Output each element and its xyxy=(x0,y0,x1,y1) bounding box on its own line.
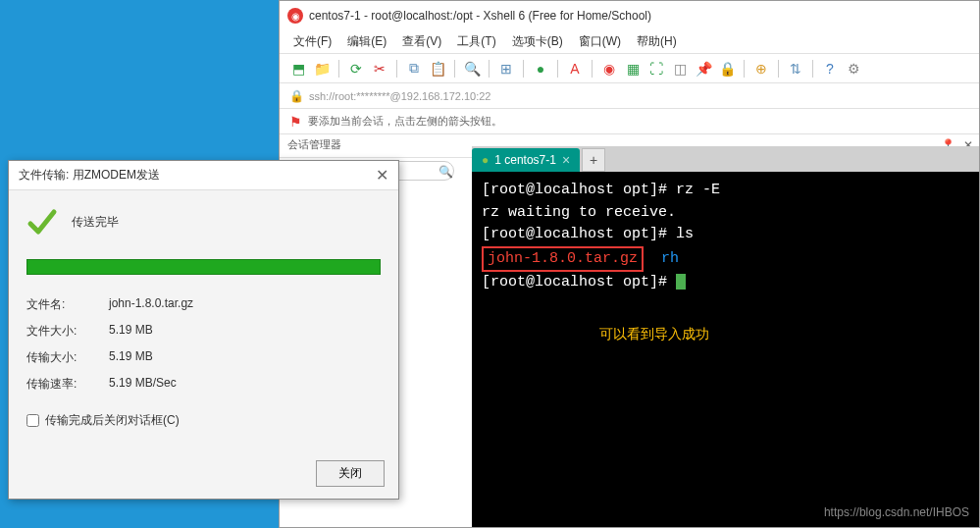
filesize-value: 5.19 MB xyxy=(109,323,381,340)
hint-text: 要添加当前会话，点击左侧的箭头按钮。 xyxy=(308,114,502,129)
terminal-container: ● 1 centos7-1 × + [root@localhost opt]# … xyxy=(472,146,979,527)
sessions-icon[interactable]: ⊞ xyxy=(495,58,517,79)
terminal-tabs: ● 1 centos7-1 × + xyxy=(472,146,979,172)
prompt: [root@localhost opt]# xyxy=(482,182,676,198)
menu-window[interactable]: 窗口(W) xyxy=(573,31,627,52)
terminal[interactable]: [root@localhost opt]# rz -E rz waiting t… xyxy=(472,172,979,527)
filename-label: 文件名: xyxy=(26,296,109,313)
disconnect-icon[interactable]: ✂ xyxy=(369,58,390,79)
script-icon[interactable]: ⊕ xyxy=(750,58,772,79)
menu-tabs[interactable]: 选项卡(B) xyxy=(506,31,569,52)
dialog-footer: 关闭 xyxy=(316,460,385,487)
dialog-close-icon[interactable]: ✕ xyxy=(376,166,388,185)
palette-icon[interactable]: ▦ xyxy=(622,58,644,79)
titlebar: ◉ centos7-1 - root@localhost:/opt - Xshe… xyxy=(280,1,979,30)
menu-edit[interactable]: 编辑(E) xyxy=(341,31,392,52)
lock-icon: 🔒 xyxy=(289,89,303,103)
font-icon[interactable]: A xyxy=(564,58,586,79)
transparent-icon[interactable]: ◫ xyxy=(669,58,691,79)
tab-close-icon[interactable]: × xyxy=(562,152,570,168)
toolbar: ⬒ 📁 ⟳ ✂ ⧉ 📋 🔍 ⊞ ● A ◉ ▦ ⛶ ◫ 📌 🔒 ⊕ ⇅ ? ⚙ xyxy=(280,54,979,83)
cmd: ls xyxy=(676,226,694,242)
transfersize-label: 传输大小: xyxy=(26,349,109,366)
checkbox-label: 传输完成后关闭对话框(C) xyxy=(45,412,180,429)
watermark: https://blog.csdn.net/IHBOS xyxy=(824,503,969,521)
close-on-complete-checkbox[interactable]: 传输完成后关闭对话框(C) xyxy=(26,412,381,429)
annotation-text: 可以看到导入成功 xyxy=(599,324,709,344)
session-panel-label: 会话管理器 xyxy=(287,137,341,152)
ontop-icon[interactable]: 📌 xyxy=(693,58,714,79)
check-icon xyxy=(26,206,58,238)
tab-add-button[interactable]: + xyxy=(582,148,605,172)
file-transfer-dialog: 文件传输: 用ZMODEM发送 ✕ 传送完毕 文件名: john-1.8.0.t… xyxy=(8,160,399,500)
app-icon: ◉ xyxy=(287,8,303,24)
speed-label: 传输速率: xyxy=(26,376,109,393)
info-grid: 文件名: john-1.8.0.tar.gz 文件大小: 5.19 MB 传输大… xyxy=(26,296,381,393)
lock-icon[interactable]: 🔒 xyxy=(716,58,738,79)
cmd: rz -E xyxy=(676,182,720,198)
filesize-label: 文件大小: xyxy=(26,323,109,340)
menu-view[interactable]: 查看(V) xyxy=(396,31,447,52)
tab-label: 1 centos7-1 xyxy=(494,153,556,167)
menu-help[interactable]: 帮助(H) xyxy=(631,31,683,52)
transfer-icon[interactable]: ⇅ xyxy=(785,58,806,79)
flag-icon: ⚑ xyxy=(289,114,302,130)
menu-tools[interactable]: 工具(T) xyxy=(451,31,501,52)
dot-icon: ● xyxy=(482,153,489,167)
ls-file-highlighted: john-1.8.0.tar.gz xyxy=(482,246,644,273)
dialog-title: 文件传输: 用ZMODEM发送 xyxy=(19,167,160,184)
help-icon[interactable]: ? xyxy=(819,58,841,79)
hint-bar: ⚑ 要添加当前会话，点击左侧的箭头按钮。 xyxy=(280,109,979,134)
connection-bar: 🔒 ssh://root:********@192.168.172.10:22 xyxy=(280,83,979,109)
menubar: 文件(F) 编辑(E) 查看(V) 工具(T) 选项卡(B) 窗口(W) 帮助(… xyxy=(280,30,979,54)
search-icon[interactable]: 🔍 xyxy=(461,58,483,79)
fullscreen-icon[interactable]: ⛶ xyxy=(645,58,667,79)
window-title: centos7-1 - root@localhost:/opt - Xshell… xyxy=(309,9,651,23)
connection-string: ssh://root:********@192.168.172.10:22 xyxy=(309,90,490,102)
terminal-tab-active[interactable]: ● 1 centos7-1 × xyxy=(472,148,580,172)
ls-dir: rh xyxy=(661,250,679,267)
status-row: 传送完毕 xyxy=(26,206,381,238)
new-session-icon[interactable]: ⬒ xyxy=(287,58,309,79)
paste-icon[interactable]: 📋 xyxy=(427,58,448,79)
prompt: [root@localhost opt]# xyxy=(482,274,676,290)
menu-file[interactable]: 文件(F) xyxy=(287,31,337,52)
transfersize-value: 5.19 MB xyxy=(109,349,381,366)
progress-bar xyxy=(26,259,381,275)
copy-icon[interactable]: ⧉ xyxy=(403,58,425,79)
cursor xyxy=(676,274,686,290)
filename-value: john-1.8.0.tar.gz xyxy=(109,296,381,313)
host-icon[interactable]: ● xyxy=(530,58,551,79)
reconnect-icon[interactable]: ⟳ xyxy=(345,58,367,79)
close-button[interactable]: 关闭 xyxy=(316,460,385,487)
settings-icon[interactable]: ⚙ xyxy=(843,58,864,79)
dialog-titlebar: 文件传输: 用ZMODEM发送 ✕ xyxy=(9,161,398,190)
search-magnifier-icon[interactable]: 🔍 xyxy=(438,165,453,179)
speed-value: 5.19 MB/Sec xyxy=(109,376,381,393)
dialog-body: 传送完毕 文件名: john-1.8.0.tar.gz 文件大小: 5.19 M… xyxy=(9,190,398,445)
color-icon[interactable]: ◉ xyxy=(598,58,620,79)
prompt: [root@localhost opt]# xyxy=(482,226,676,242)
status-text: 传送完毕 xyxy=(72,214,119,231)
open-icon[interactable]: 📁 xyxy=(311,58,333,79)
checkbox-input[interactable] xyxy=(26,414,39,427)
output-line: rz waiting to receive. xyxy=(482,202,969,225)
